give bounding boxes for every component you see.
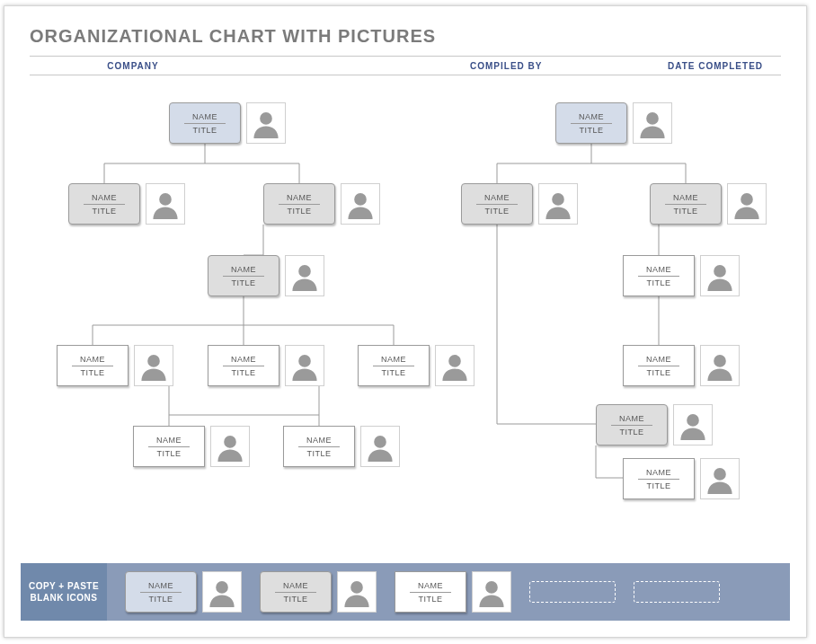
card-divider bbox=[279, 204, 320, 205]
card: NAMETITLE bbox=[596, 404, 668, 446]
card-title: TITLE bbox=[484, 207, 509, 216]
card-name: NAME bbox=[231, 265, 256, 274]
card: NAMETITLE bbox=[358, 345, 430, 386]
card-name: NAME bbox=[418, 581, 443, 590]
card-title: TITLE bbox=[231, 368, 255, 377]
node-left-l4b[interactable]: NAMETITLE bbox=[208, 345, 324, 386]
node-left-l5b[interactable]: NAMETITLE bbox=[283, 426, 400, 467]
avatar-placeholder[interactable] bbox=[673, 404, 713, 446]
palette-slot-2[interactable] bbox=[634, 581, 720, 603]
palette-caption: COPY + PASTE BLANK ICONS bbox=[21, 563, 107, 621]
node-right-l4[interactable]: NAMETITLE bbox=[623, 345, 740, 386]
palette-node-white[interactable]: NAMETITLE bbox=[395, 571, 511, 613]
avatar-placeholder[interactable] bbox=[134, 345, 173, 386]
card-divider bbox=[223, 276, 264, 277]
avatar-placeholder[interactable] bbox=[337, 571, 377, 613]
card-title: TITLE bbox=[192, 126, 217, 135]
node-right-l3[interactable]: NAMETITLE bbox=[623, 255, 740, 296]
card-title: TITLE bbox=[287, 207, 311, 216]
avatar-placeholder[interactable] bbox=[727, 183, 767, 225]
card-title: TITLE bbox=[92, 207, 116, 216]
card-name: NAME bbox=[646, 355, 671, 364]
card-name: NAME bbox=[484, 193, 510, 202]
svg-point-30 bbox=[374, 436, 386, 448]
svg-point-24 bbox=[354, 193, 367, 206]
card: NAMETITLE bbox=[263, 183, 335, 225]
avatar-placeholder[interactable] bbox=[700, 255, 740, 296]
avatar-placeholder[interactable] bbox=[700, 345, 740, 386]
node-left-l2a[interactable]: NAMETITLE bbox=[68, 183, 185, 225]
svg-point-37 bbox=[714, 468, 726, 481]
card-title: TITLE bbox=[646, 368, 670, 377]
node-left-l5a[interactable]: NAMETITLE bbox=[133, 426, 250, 467]
card: NAMETITLE bbox=[208, 345, 279, 386]
header-company: COMPANY bbox=[30, 61, 416, 71]
svg-point-22 bbox=[260, 112, 272, 125]
node-left-l2b[interactable]: NAMETITLE bbox=[263, 183, 380, 225]
svg-point-26 bbox=[147, 355, 160, 367]
avatar-placeholder[interactable] bbox=[360, 426, 400, 467]
card: NAMETITLE bbox=[68, 183, 140, 225]
card-divider bbox=[410, 592, 451, 593]
avatar-placeholder[interactable] bbox=[210, 426, 250, 467]
card: NAMETITLE bbox=[650, 183, 722, 225]
page-outer: ORGANIZATIONAL CHART WITH PICTURES COMPA… bbox=[0, 0, 816, 644]
card: NAMETITLE bbox=[133, 426, 205, 467]
avatar-placeholder[interactable] bbox=[285, 345, 324, 386]
svg-point-35 bbox=[714, 355, 726, 367]
svg-point-36 bbox=[687, 414, 699, 427]
card-name: NAME bbox=[381, 355, 406, 364]
card-name: NAME bbox=[287, 193, 312, 202]
avatar-placeholder[interactable] bbox=[633, 102, 672, 144]
avatar-placeholder[interactable] bbox=[538, 183, 578, 225]
palette-node-grey[interactable]: NAMETITLE bbox=[260, 571, 377, 613]
card-title: TITLE bbox=[306, 449, 331, 458]
palette-slot-1[interactable] bbox=[529, 581, 616, 603]
node-right-s2[interactable]: NAMETITLE bbox=[623, 458, 740, 499]
avatar-placeholder[interactable] bbox=[341, 183, 380, 225]
svg-point-32 bbox=[552, 193, 564, 206]
node-right-root[interactable]: NAMETITLE bbox=[555, 102, 672, 144]
card-divider bbox=[665, 204, 706, 205]
card: NAMETITLE bbox=[57, 345, 129, 386]
avatar-placeholder[interactable] bbox=[246, 102, 286, 144]
card-divider bbox=[84, 204, 125, 205]
card-divider bbox=[184, 123, 226, 124]
avatar-placeholder[interactable] bbox=[435, 345, 475, 386]
card: NAMETITLE bbox=[260, 571, 332, 613]
avatar-placeholder[interactable] bbox=[202, 571, 242, 613]
card-name: NAME bbox=[306, 436, 332, 445]
avatar-placeholder[interactable] bbox=[146, 183, 185, 225]
card-name: NAME bbox=[646, 468, 671, 477]
org-chart: NAMETITLE NAMETITLE NAMETITLE NAMETITLE … bbox=[30, 84, 783, 525]
avatar-placeholder[interactable] bbox=[700, 458, 740, 499]
card: NAMETITLE bbox=[208, 255, 279, 296]
card-name: NAME bbox=[283, 581, 308, 590]
card: NAMETITLE bbox=[555, 102, 627, 144]
card-divider bbox=[476, 204, 518, 205]
card-name: NAME bbox=[579, 112, 604, 121]
card-divider bbox=[373, 366, 414, 366]
card-title: TITLE bbox=[418, 595, 442, 604]
avatar-placeholder[interactable] bbox=[285, 255, 324, 296]
page-title: ORGANIZATIONAL CHART WITH PICTURES bbox=[30, 26, 781, 47]
node-left-l4c[interactable]: NAMETITLE bbox=[358, 345, 475, 386]
node-right-l2a[interactable]: NAMETITLE bbox=[461, 183, 578, 225]
node-right-s1[interactable]: NAMETITLE bbox=[596, 404, 713, 446]
palette-items: NAMETITLE NAMETITLE NAMETITLE bbox=[107, 571, 720, 613]
palette-node-blue[interactable]: NAMETITLE bbox=[125, 571, 242, 613]
card-divider bbox=[571, 123, 612, 124]
header-compiled: COMPILED BY bbox=[416, 61, 632, 71]
node-left-l4a[interactable]: NAMETITLE bbox=[57, 345, 173, 386]
node-left-l3[interactable]: NAMETITLE bbox=[208, 255, 324, 296]
card-name: NAME bbox=[156, 436, 182, 445]
card-divider bbox=[638, 366, 679, 366]
node-right-l2b[interactable]: NAMETITLE bbox=[650, 183, 767, 225]
avatar-placeholder[interactable] bbox=[472, 571, 511, 613]
svg-point-29 bbox=[224, 436, 236, 448]
icon-palette: COPY + PASTE BLANK ICONS NAMETITLE NAMET… bbox=[21, 563, 790, 621]
svg-point-27 bbox=[298, 355, 311, 367]
node-left-root[interactable]: NAMETITLE bbox=[169, 102, 286, 144]
header-row: COMPANY COMPILED BY DATE COMPLETED bbox=[30, 56, 781, 75]
card: NAMETITLE bbox=[623, 255, 695, 296]
